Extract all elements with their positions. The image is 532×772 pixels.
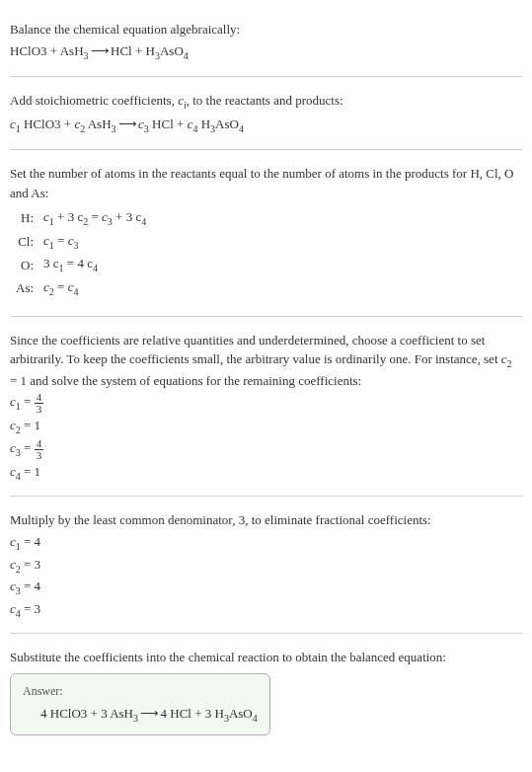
s: 4: [93, 263, 98, 273]
coef-c1: c1 = 43: [10, 392, 522, 415]
table-row: H: c1 + 3 c2 = c3 + 3 c4: [10, 206, 152, 230]
element-label: Cl:: [10, 230, 38, 254]
val: = 1: [21, 418, 40, 432]
atom-equations-table: H: c1 + 3 c2 = c3 + 3 c4 Cl: c1 = c3 O: …: [10, 206, 152, 299]
plus: +: [47, 43, 60, 58]
divider: [10, 76, 522, 77]
equation-cell: c1 + 3 c2 = c3 + 3 c4: [38, 206, 152, 230]
equation-cell: 3 c1 = 4 c4: [38, 253, 152, 276]
sub: 4: [253, 712, 258, 723]
s: 4: [73, 286, 78, 297]
divider: [10, 149, 522, 150]
v: 3 c: [43, 256, 59, 270]
text: Add stoichiometric coefficients,: [10, 93, 178, 108]
sub: 4: [239, 122, 244, 133]
text: Since the coefficients are relative quan…: [10, 333, 501, 367]
product-2a: H: [146, 43, 155, 58]
term: HCl +: [149, 116, 188, 131]
arrow-icon: ⟶: [116, 116, 139, 131]
intro-equation: HClO3 + AsH3 ⟶ HCl + H3AsO4: [10, 41, 522, 63]
v: 4 c: [77, 256, 93, 270]
intro-section: Balance the chemical equation algebraica…: [10, 8, 522, 74]
val: = 4: [21, 579, 40, 593]
sub: 4: [184, 49, 189, 60]
coef-c2: c2 = 1: [10, 416, 522, 437]
solve-section: Since the coefficients are relative quan…: [10, 319, 522, 495]
equation-cell: c2 = c4: [38, 276, 152, 300]
val: = 3: [21, 601, 40, 616]
val: = 3: [21, 557, 40, 572]
stoich-equation: c1 HClO3 + c2 AsH3 ⟶ c3 HCl + c4 H3AsO4: [10, 115, 522, 136]
stoich-section: Add stoichiometric coefficients, ci, to …: [10, 79, 522, 147]
element-label: O:: [10, 253, 38, 276]
fraction: 43: [35, 392, 44, 415]
answer-equation: 4 HClO3 + 3 AsH3 ⟶ 4 HCl + 3 H3AsO4: [23, 704, 258, 726]
fraction: 43: [35, 438, 44, 461]
v: + 3 c: [113, 209, 141, 224]
term: AsO: [215, 116, 239, 131]
rhs-b: AsO: [229, 706, 253, 721]
eq: =: [88, 209, 102, 224]
text: = 1 and solve the system of equations fo…: [10, 373, 361, 388]
reactant-2: AsH: [60, 43, 84, 58]
denominator: 3: [35, 404, 44, 415]
coef-line: c3 = 4: [10, 577, 522, 598]
eq: =: [21, 440, 35, 455]
text: , to the reactants and products:: [187, 93, 343, 108]
term: AsH: [85, 116, 111, 131]
coef-c4: c4 = 1: [10, 462, 522, 484]
multiply-section: Multiply by the least common denominator…: [10, 499, 522, 631]
eq: =: [21, 395, 35, 410]
denominator: 3: [35, 450, 44, 461]
eq: =: [54, 233, 68, 248]
eq: =: [54, 279, 68, 294]
final-section: Substitute the coefficients into the che…: [10, 636, 522, 745]
atoms-section: Set the number of atoms in the reactants…: [10, 152, 522, 313]
coef-line: c2 = 3: [10, 555, 522, 577]
multiply-text: Multiply by the least common denominator…: [10, 510, 522, 530]
divider: [10, 316, 522, 317]
atoms-intro: Set the number of atoms in the reactants…: [10, 164, 522, 202]
s: 3: [73, 239, 78, 250]
arrow-icon: ⟶: [138, 706, 161, 721]
product-2b: AsO: [160, 43, 184, 58]
coef-c3: c3 = 43: [10, 438, 522, 461]
term: H: [197, 116, 210, 131]
table-row: As: c2 = c4: [10, 276, 152, 300]
intro-text: Balance the chemical equation algebraica…: [10, 20, 522, 39]
element-label: As:: [10, 276, 38, 300]
term: HClO3 +: [21, 116, 75, 131]
coef-line: c1 = 4: [10, 532, 522, 554]
val: = 1: [21, 464, 40, 479]
equation-cell: c1 = c3: [38, 230, 152, 254]
eq: =: [64, 256, 78, 270]
divider: [10, 496, 522, 497]
reactant-1: HClO3: [10, 43, 47, 58]
answer-box: Answer: 4 HClO3 + 3 AsH3 ⟶ 4 HCl + 3 H3A…: [10, 673, 270, 736]
stoich-text: Add stoichiometric coefficients, ci, to …: [10, 91, 522, 113]
s: 4: [141, 216, 146, 227]
arrow-icon: ⟶: [89, 43, 112, 58]
plus: +: [132, 43, 146, 58]
v: + 3 c: [54, 209, 83, 224]
rhs-a: 4 HCl + 3 H: [161, 706, 224, 721]
solve-text: Since the coefficients are relative quan…: [10, 331, 522, 391]
divider: [10, 633, 522, 634]
coef-line: c4 = 3: [10, 599, 522, 621]
table-row: O: 3 c1 = 4 c4: [10, 253, 152, 276]
lhs: 4 HClO3 + 3 AsH: [40, 706, 133, 721]
product-1: HCl: [111, 43, 132, 58]
val: = 4: [21, 534, 40, 549]
final-text: Substitute the coefficients into the che…: [10, 648, 522, 667]
sub: 2: [507, 358, 512, 369]
element-label: H:: [10, 206, 38, 230]
table-row: Cl: c1 = c3: [10, 230, 152, 254]
answer-label: Answer:: [23, 682, 258, 700]
